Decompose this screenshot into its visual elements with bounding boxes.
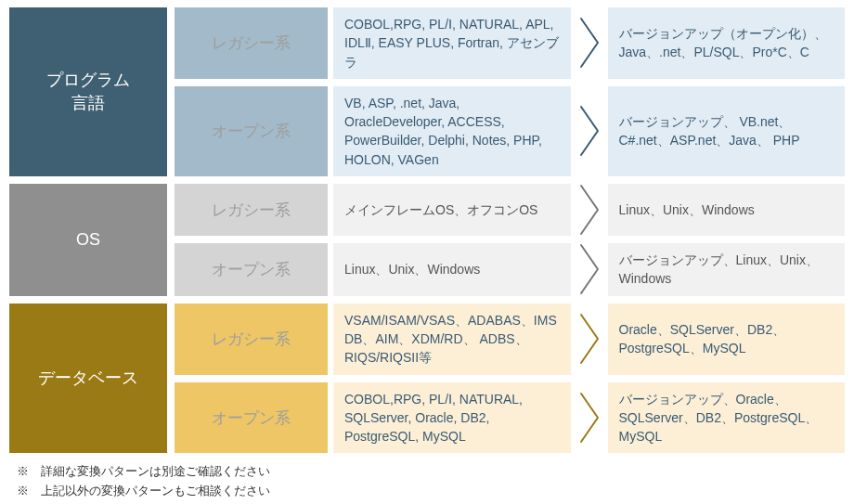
- footnote-line: ※ 上記以外の変換パターンもご相談ください: [17, 482, 845, 501]
- category-body-os: レガシー系メインフレームOS、オフコンOS Linux、Unix、Windows…: [175, 184, 845, 296]
- category-label-os: OS: [9, 184, 167, 296]
- sub-label: レガシー系: [175, 304, 328, 375]
- to-cell: バージョンアップ、 VB.net、C#.net、ASP.net、Java、 PH…: [608, 86, 846, 176]
- category-body-prog: レガシー系COBOL,RPG, PL/Ⅰ, NATURAL, APL, IDLⅡ…: [175, 7, 845, 176]
- sub-row: レガシー系メインフレームOS、オフコンOS Linux、Unix、Windows: [175, 184, 845, 236]
- from-cell: COBOL,RPG, PL/Ⅰ, NATURAL, APL, IDLⅡ, EAS…: [333, 7, 571, 79]
- conversion-diagram: プログラム 言語レガシー系COBOL,RPG, PL/Ⅰ, NATURAL, A…: [9, 7, 845, 453]
- arrow-icon: [576, 382, 602, 454]
- from-cell: COBOL,RPG, PL/Ⅰ, NATURAL, SQLServer, Ora…: [333, 382, 571, 454]
- sub-row: オープン系Linux、Unix、Windows バージョンアップ、Linux、U…: [175, 243, 845, 296]
- to-cell: Linux、Unix、Windows: [608, 184, 846, 236]
- footnote-line: ※ 詳細な変換パターンは別途ご確認ください: [17, 462, 845, 482]
- from-cell: メインフレームOS、オフコンOS: [333, 184, 571, 236]
- category-row-db: データベースレガシー系VSAM/ISAM/VSAS、ADABAS、IMS DB、…: [9, 304, 845, 454]
- from-cell: VSAM/ISAM/VSAS、ADABAS、IMS DB、AIM、XDM/RD、…: [333, 304, 571, 375]
- arrow-icon: [576, 184, 602, 236]
- sub-label: オープン系: [175, 86, 328, 176]
- sub-row: レガシー系COBOL,RPG, PL/Ⅰ, NATURAL, APL, IDLⅡ…: [175, 7, 845, 79]
- category-row-os: OSレガシー系メインフレームOS、オフコンOS Linux、Unix、Windo…: [9, 184, 845, 296]
- arrow-icon: [576, 7, 602, 79]
- sub-label: オープン系: [175, 382, 328, 454]
- category-label-db: データベース: [9, 304, 167, 454]
- sub-label: レガシー系: [175, 7, 328, 79]
- from-cell: VB, ASP, .net, Java, OracleDeveloper, AC…: [333, 86, 571, 176]
- footnotes: ※ 詳細な変換パターンは別途ご確認ください※ 上記以外の変換パターンもご相談くだ…: [9, 462, 845, 501]
- sub-label: オープン系: [175, 243, 328, 296]
- arrow-icon: [576, 86, 602, 176]
- from-cell: Linux、Unix、Windows: [333, 243, 571, 296]
- arrow-icon: [576, 304, 602, 375]
- to-cell: バージョンアップ（オープン化）、Java、.net、PL/SQL、Pro*C、C: [608, 7, 846, 79]
- category-label-prog: プログラム 言語: [9, 7, 167, 176]
- to-cell: Oracle、SQLServer、DB2、PostgreSQL、MySQL: [608, 304, 846, 375]
- sub-row: オープン系COBOL,RPG, PL/Ⅰ, NATURAL, SQLServer…: [175, 382, 845, 454]
- category-row-prog: プログラム 言語レガシー系COBOL,RPG, PL/Ⅰ, NATURAL, A…: [9, 7, 845, 176]
- sub-row: レガシー系VSAM/ISAM/VSAS、ADABAS、IMS DB、AIM、XD…: [175, 304, 845, 375]
- category-body-db: レガシー系VSAM/ISAM/VSAS、ADABAS、IMS DB、AIM、XD…: [175, 304, 845, 454]
- to-cell: バージョンアップ、Oracle、SQLServer、DB2、PostgreSQL…: [608, 382, 846, 454]
- sub-row: オープン系VB, ASP, .net, Java, OracleDevelope…: [175, 86, 845, 176]
- sub-label: レガシー系: [175, 184, 328, 236]
- arrow-icon: [576, 243, 602, 296]
- to-cell: バージョンアップ、Linux、Unix、Windows: [608, 243, 846, 296]
